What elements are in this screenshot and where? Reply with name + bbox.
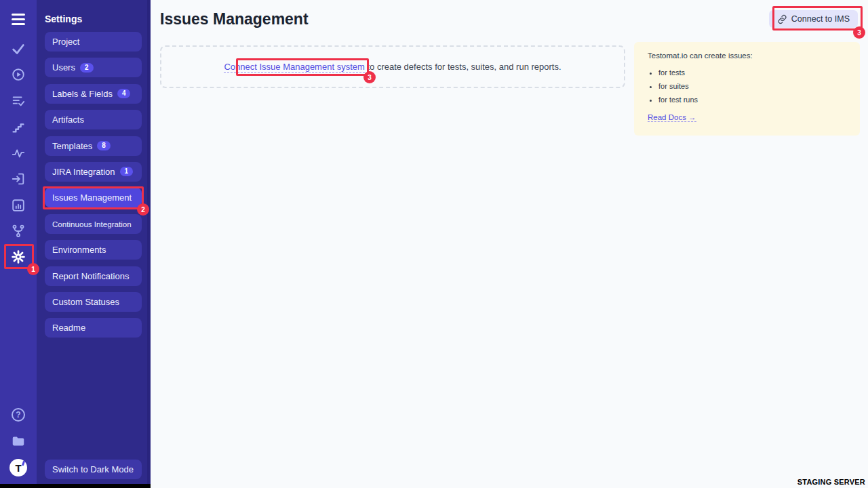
empty-state-box: Connect Issue Management system to creat… xyxy=(160,45,625,88)
count-badge: 2 xyxy=(80,63,94,73)
sidebar-item-labels-fields[interactable]: Labels & Fields4 xyxy=(45,84,142,104)
testomat-logo[interactable]: T xyxy=(0,458,37,477)
sidebar-item-artifacts[interactable]: Artifacts xyxy=(45,110,142,129)
staging-server-label: STAGING SERVER xyxy=(797,478,865,486)
page-title: Issues Management xyxy=(160,10,309,28)
list-item: for tests xyxy=(658,68,846,77)
branch-icon[interactable] xyxy=(0,222,37,241)
settings-nav: Project Users2 Labels & Fields4 Artifact… xyxy=(45,32,142,344)
empty-state-text: to create defects for tests, suites, and… xyxy=(365,62,561,72)
settings-sidebar: Settings Project Users2 Labels & Fields4… xyxy=(37,0,151,484)
question-glyph: ? xyxy=(12,408,25,422)
list-item: for test runs xyxy=(658,96,846,104)
info-panel-list: for tests for suites for test runs xyxy=(658,68,846,104)
read-docs-link[interactable]: Read Docs → xyxy=(648,113,696,122)
sidebar-item-report-notifications[interactable]: Report Notifications xyxy=(45,266,142,286)
icon-rail: ? T xyxy=(0,0,37,484)
count-badge: 4 xyxy=(117,89,131,98)
count-badge: 8 xyxy=(97,141,111,150)
sidebar-item-templates[interactable]: Templates8 xyxy=(45,136,142,156)
steps-icon[interactable] xyxy=(0,118,37,137)
sidebar-item-jira-integration[interactable]: JIRA Integration1 xyxy=(45,162,142,182)
main-content: Issues Management Connect to IMS Connect… xyxy=(151,0,868,488)
link-icon xyxy=(777,14,787,24)
count-badge: 1 xyxy=(120,167,134,176)
test-list-icon[interactable] xyxy=(0,92,37,110)
info-panel: Testomat.io can create issues: for tests… xyxy=(634,42,860,136)
sidebar-title: Settings xyxy=(45,14,82,24)
sidebar-item-readme[interactable]: Readme xyxy=(45,318,142,338)
connect-ims-link[interactable]: Connect Issue Management system xyxy=(224,62,364,73)
projects-folder-icon[interactable] xyxy=(0,432,37,451)
sidebar-item-project[interactable]: Project xyxy=(45,32,142,52)
report-chart-icon[interactable] xyxy=(0,196,37,215)
play-circle-icon[interactable] xyxy=(0,65,37,84)
help-icon[interactable]: ? xyxy=(0,405,37,424)
bottom-black-strip xyxy=(0,484,151,488)
sign-in-icon[interactable] xyxy=(0,169,37,188)
check-icon[interactable] xyxy=(0,39,37,58)
sidebar-item-continuous-integration[interactable]: Continuous Integration xyxy=(45,214,142,234)
sidebar-item-users[interactable]: Users2 xyxy=(45,58,142,77)
sidebar-item-custom-statuses[interactable]: Custom Statuses xyxy=(45,292,142,312)
activity-icon[interactable] xyxy=(0,144,37,163)
sidebar-item-issues-management[interactable]: Issues Management xyxy=(45,188,142,207)
info-panel-intro: Testomat.io can create issues: xyxy=(648,52,846,60)
switch-dark-mode-button[interactable]: Switch to Dark Mode xyxy=(45,460,142,479)
logo-letter: T xyxy=(9,459,27,476)
menu-icon[interactable] xyxy=(0,9,37,28)
hamburger-bars xyxy=(12,14,25,25)
connect-to-ims-button[interactable]: Connect to IMS xyxy=(769,10,858,28)
sidebar-item-environments[interactable]: Environments xyxy=(45,240,142,260)
list-item: for suites xyxy=(658,82,846,90)
gear-icon[interactable] xyxy=(0,247,37,266)
